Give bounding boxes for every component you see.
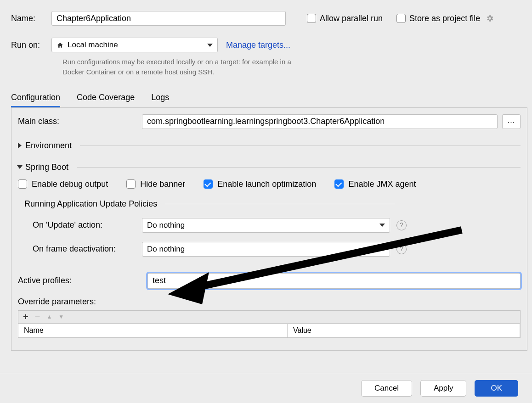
active-profiles-input[interactable] [147,273,521,289]
override-parameters-table: + − ▲ ▼ Name Value [18,310,521,338]
name-input[interactable] [51,11,286,26]
tab-configuration[interactable]: Configuration [11,93,60,107]
enable-debug-checkbox[interactable]: Enable debug output [18,179,108,189]
override-col-value: Value [288,324,520,337]
spring-boot-section[interactable]: Spring Boot [18,162,521,172]
enable-launch-opt-checkbox[interactable]: Enable launch optimization [204,179,316,189]
enable-debug-label: Enable debug output [32,179,108,189]
add-row-button[interactable]: + [23,312,28,321]
move-down-button[interactable]: ▼ [58,314,64,319]
store-project-label: Store as project file [409,14,480,23]
help-icon[interactable]: ? [396,220,407,230]
checkbox-icon [307,14,316,23]
on-update-label: On 'Update' action: [18,220,142,230]
divider [165,204,395,204]
checkbox-checked-icon [204,179,213,189]
on-update-value: Do nothing [147,221,185,230]
chevron-down-icon [379,224,385,227]
runon-label: Run on: [11,40,51,50]
apply-button[interactable]: Apply [420,380,467,397]
arrow-right-icon [18,143,22,148]
main-class-input[interactable] [142,114,498,129]
runon-hint: Run configurations may be executed local… [62,57,301,77]
enable-launch-opt-label: Enable launch optimization [217,179,316,189]
manage-targets-link[interactable]: Manage targets... [226,40,290,50]
chevron-down-icon [379,247,385,251]
move-up-button[interactable]: ▲ [46,314,52,319]
ok-button[interactable]: OK [475,380,518,397]
tab-code-coverage[interactable]: Code Coverage [77,93,135,107]
browse-main-class-button[interactable]: ... [502,114,521,129]
checkbox-icon [396,14,406,23]
name-label: Name: [11,14,51,23]
on-update-select[interactable]: Do nothing [142,218,390,233]
divider [80,146,521,146]
environment-section[interactable]: Environment [18,141,521,151]
on-frame-value: Do nothing [147,245,185,254]
checkbox-icon [18,179,27,189]
policies-title: Running Application Update Policies [24,199,157,209]
active-profiles-label: Active profiles: [18,276,147,285]
arrow-down-icon [17,165,23,169]
remove-row-button[interactable]: − [35,312,40,321]
checkbox-icon [126,179,136,189]
hide-banner-label: Hide banner [140,179,185,189]
help-icon[interactable]: ? [396,244,407,254]
on-frame-label: On frame deactivation: [18,244,142,254]
runon-select[interactable]: Local machine [51,38,218,52]
divider [77,167,521,168]
tab-logs[interactable]: Logs [151,93,169,107]
checkbox-checked-icon [334,179,344,189]
store-project-checkbox[interactable]: Store as project file [396,14,494,23]
override-table-header: Name Value [18,324,520,337]
on-frame-select[interactable]: Do nothing [142,242,390,257]
gear-icon[interactable] [486,14,494,22]
override-col-name: Name [18,324,288,337]
allow-parallel-label: Allow parallel run [320,14,383,23]
chevron-down-icon [207,44,213,47]
hide-banner-checkbox[interactable]: Hide banner [126,179,185,189]
environment-label: Environment [25,141,72,151]
enable-jmx-checkbox[interactable]: Enable JMX agent [334,179,416,189]
cancel-button[interactable]: Cancel [361,380,412,397]
allow-parallel-checkbox[interactable]: Allow parallel run [307,14,383,23]
spring-boot-label: Spring Boot [25,162,68,172]
main-class-label: Main class: [18,117,137,126]
override-parameters-label: Override parameters: [18,297,521,307]
runon-value: Local machine [68,40,118,50]
enable-jmx-label: Enable JMX agent [348,179,416,189]
home-icon [57,42,64,48]
